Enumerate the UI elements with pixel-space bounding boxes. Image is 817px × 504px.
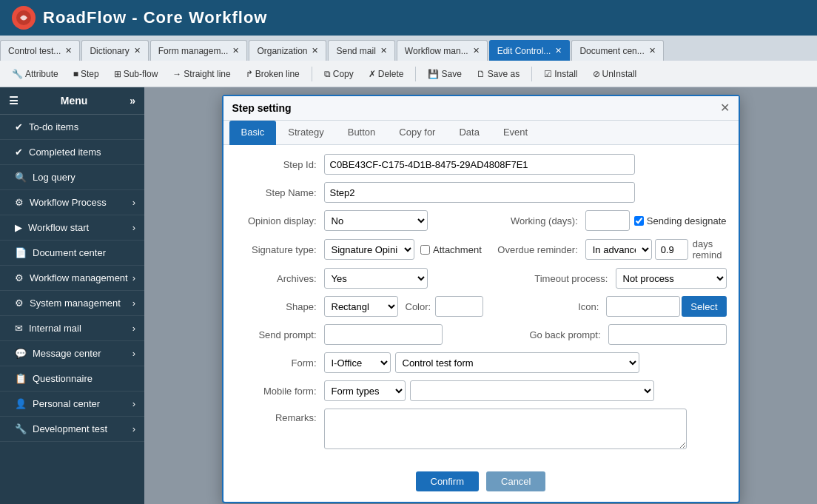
content-area: Step Step2 Step3 Step setting ✕ Basic (144, 87, 817, 504)
opinion-display-label: Opinion display: (235, 215, 324, 226)
tab-close-5[interactable]: ✕ (473, 46, 480, 56)
sidebar-item-document[interactable]: 📄 Document center (0, 241, 144, 266)
toolbar-separator-1 (312, 67, 312, 81)
tab-workflow-man[interactable]: Workflow man... ✕ (397, 40, 488, 61)
go-back-prompt-input[interactable] (608, 324, 727, 345)
sidebar-menu-header[interactable]: ☰ Menu » (0, 87, 144, 115)
uninstall-button[interactable]: ⊘ UnInstall (587, 67, 643, 81)
broken-line-button[interactable]: ↱ Broken line (240, 67, 306, 81)
timeout-process-select[interactable]: Not process Auto approve Auto reject (616, 268, 727, 289)
tab-organization[interactable]: Organization ✕ (249, 40, 326, 61)
archives-label: Archives: (235, 273, 324, 284)
step-name-row: Step Name: (235, 182, 727, 203)
icon-select-button[interactable]: Select (682, 296, 726, 317)
tab-close-4[interactable]: ✕ (380, 46, 387, 56)
sidebar-item-message[interactable]: 💬 Message center › (0, 341, 144, 366)
mobile-form-name-select[interactable] (410, 380, 654, 401)
toolbar-separator-2 (415, 67, 416, 81)
chevron-right-3-icon: › (132, 272, 135, 283)
tab-close-2[interactable]: ✕ (232, 46, 239, 56)
signature-type-select[interactable]: Signature Opini (324, 239, 414, 260)
sidebar-item-completed[interactable]: ✔ Completed items (0, 140, 144, 165)
form-category-select[interactable]: I-Office (324, 352, 391, 373)
remarks-textarea[interactable] (324, 409, 687, 449)
color-label: Color: (406, 301, 431, 312)
tab-close-0[interactable]: ✕ (65, 46, 72, 56)
tab-dictionary[interactable]: Dictionary ✕ (81, 40, 148, 61)
opinion-working-row: Opinion display: No Yes Working (days): … (235, 210, 727, 231)
mobile-form-type-select[interactable]: Form types (324, 380, 406, 401)
completed-icon: ✔ (15, 147, 23, 158)
signature-overdue-row: Signature type: Signature Opini Attachme… (235, 238, 727, 261)
chevron-right-icon: › (132, 197, 135, 208)
mobile-form-label: Mobile form: (235, 386, 324, 397)
modal-close-button[interactable]: ✕ (720, 102, 730, 114)
modal-tabs: Basic Strategy Button Copy for Data (223, 121, 739, 145)
tab-document-center[interactable]: Document cen... ✕ (571, 40, 663, 61)
sidebar-item-log[interactable]: 🔍 Log query (0, 165, 144, 190)
sidebar-item-todo[interactable]: ✔ To-do items (0, 115, 144, 140)
sidebar-item-dev-test[interactable]: 🔧 Development test › (0, 417, 144, 442)
saveas-button[interactable]: 🗋 Save as (471, 67, 525, 81)
subflow-button[interactable]: ⊞ Sub-flow (108, 67, 164, 81)
shape-select[interactable]: Rectangl Diamond Ellipse (324, 296, 398, 317)
days-remind-label: days remind (693, 238, 722, 261)
sidebar-item-internal-mail[interactable]: ✉ Internal mail › (0, 316, 144, 341)
form-name-select[interactable]: Control test form (395, 352, 639, 373)
sidebar-item-questionnaire[interactable]: 📋 Questionnaire (0, 366, 144, 392)
confirm-button[interactable]: Confirm (416, 471, 480, 491)
archives-timeout-row: Archives: Yes No Timeout process: Not pr… (235, 268, 727, 289)
modal-header: Step setting ✕ (223, 96, 739, 121)
install-button[interactable]: ☑ Install (538, 67, 583, 81)
send-prompt-label: Send prompt: (235, 329, 324, 340)
modal-tab-data[interactable]: Data (447, 121, 491, 145)
message-icon: 💬 (15, 348, 27, 359)
workflow-process-icon: ⚙ (15, 197, 24, 208)
overdue-reminder-label: Overdue reminder: (482, 244, 585, 255)
working-days-input[interactable] (585, 210, 630, 231)
overdue-reminder-select[interactable]: In advance (585, 239, 652, 260)
signature-type-label: Signature type: (235, 244, 324, 255)
modal-tab-button[interactable]: Button (336, 121, 388, 145)
overdue-days-input[interactable] (655, 239, 688, 260)
remarks-row: Remarks: (235, 409, 727, 449)
tab-send-mail[interactable]: Send mail ✕ (328, 40, 394, 61)
shape-color-icon-row: Shape: Rectangl Diamond Ellipse Color: I… (235, 296, 727, 317)
sidebar-item-workflow-management[interactable]: ⚙ Workflow management › (0, 266, 144, 291)
tab-close-6[interactable]: ✕ (555, 46, 562, 56)
mail-icon: ✉ (15, 323, 23, 334)
icon-input[interactable] (606, 296, 680, 317)
tab-control-test[interactable]: Control test... ✕ (0, 40, 80, 61)
modal-tab-basic[interactable]: Basic (229, 121, 277, 145)
archives-select[interactable]: Yes No (324, 268, 428, 289)
copy-button[interactable]: ⧉ Copy (318, 67, 360, 81)
delete-button[interactable]: ✗ Delete (363, 67, 410, 81)
timeout-process-label: Timeout process: (512, 273, 616, 284)
modal-tab-copy-for[interactable]: Copy for (387, 121, 447, 145)
modal-tab-event[interactable]: Event (491, 121, 539, 145)
tab-close-7[interactable]: ✕ (649, 46, 656, 56)
tab-close-3[interactable]: ✕ (312, 46, 318, 56)
tab-edit-control[interactable]: Edit Control... ✕ (489, 40, 571, 61)
tab-close-1[interactable]: ✕ (134, 46, 141, 56)
cancel-button[interactable]: Cancel (486, 471, 545, 491)
attribute-button[interactable]: 🔧 Attribute (6, 67, 64, 81)
step-button[interactable]: ■ Step (67, 67, 105, 81)
sidebar-item-workflow-process[interactable]: ⚙ Workflow Process › (0, 190, 144, 215)
tab-form-management[interactable]: Form managem... ✕ (150, 40, 248, 61)
step-id-input[interactable] (324, 154, 635, 175)
attachment-checkbox[interactable] (420, 245, 430, 255)
color-input[interactable] (435, 296, 483, 317)
modal-tab-strategy[interactable]: Strategy (276, 121, 335, 145)
opinion-display-select[interactable]: No Yes (324, 210, 428, 231)
straight-line-button[interactable]: → Straight line (167, 67, 236, 81)
save-button[interactable]: 💾 Save (422, 67, 467, 81)
delete-icon: ✗ (369, 69, 376, 79)
sidebar-item-workflow-start[interactable]: ▶ Workflow start › (0, 215, 144, 241)
sending-designate-checkbox[interactable] (634, 216, 644, 226)
step-name-input[interactable] (324, 182, 635, 203)
sidebar-item-personal[interactable]: 👤 Personal center › (0, 392, 144, 417)
sidebar-item-system-management[interactable]: ⚙ System management › (0, 291, 144, 316)
app-logo (12, 6, 36, 30)
send-prompt-input[interactable] (324, 324, 443, 345)
